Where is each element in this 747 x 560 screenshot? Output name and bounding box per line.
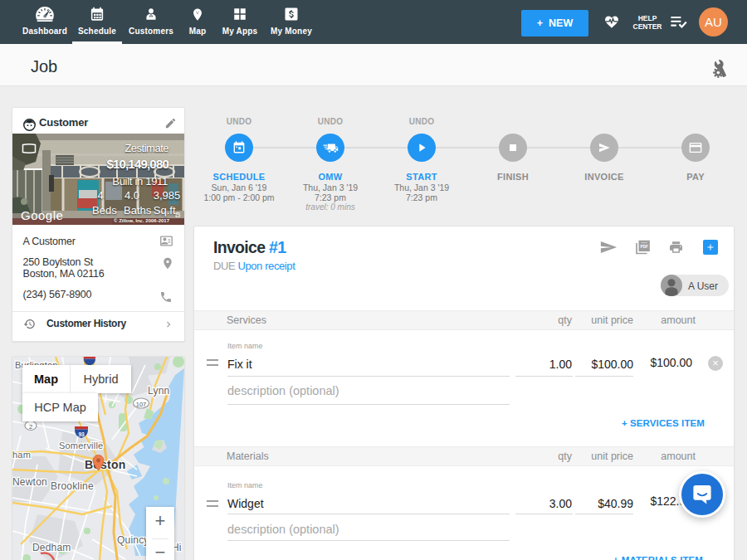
svg-text:2: 2 xyxy=(29,423,32,431)
svg-text:Dedham: Dedham xyxy=(32,542,71,553)
svg-text:PDF: PDF xyxy=(641,245,648,249)
svg-text:Quincy: Quincy xyxy=(117,534,149,546)
svg-text:Newton: Newton xyxy=(12,476,47,488)
svg-text:ham: ham xyxy=(12,450,31,460)
svg-text:Brookline: Brookline xyxy=(51,480,94,492)
svg-text:Somerville: Somerville xyxy=(59,441,103,450)
svg-text:107: 107 xyxy=(136,401,147,408)
svg-text:Boston: Boston xyxy=(85,458,125,471)
svg-text:93: 93 xyxy=(78,431,85,437)
svg-text:Lynn: Lynn xyxy=(148,385,169,397)
